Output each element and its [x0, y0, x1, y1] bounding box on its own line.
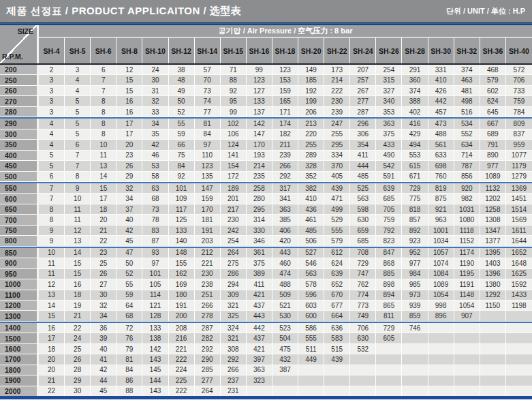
- table-cell: 5: [65, 107, 91, 117]
- table-cell: 57: [195, 65, 221, 74]
- table-cell: 138: [142, 333, 168, 343]
- table-cell: 984: [402, 269, 428, 279]
- table-cell: 110: [195, 151, 221, 160]
- table-cell: 92: [221, 86, 247, 95]
- table-cell: 189: [221, 183, 247, 193]
- row-values: 3471530487088123153185214257315360410463…: [39, 75, 532, 84]
- table-cell: 50: [116, 258, 142, 268]
- table-cell: 774: [350, 290, 376, 300]
- table-cell: 963: [428, 215, 454, 224]
- column-header: SH-14: [195, 37, 221, 63]
- table-cell: 12: [65, 226, 91, 235]
- table-row: 160018254079142221292308421475511515532: [0, 344, 532, 354]
- table-cell: 685: [376, 194, 402, 203]
- table-cell: 19: [65, 301, 91, 310]
- table-cell: 5: [65, 129, 91, 139]
- row-values: 8111837731171702172953634364995987058189…: [39, 204, 532, 214]
- table-cell: [480, 323, 506, 333]
- table-cell: 664: [324, 311, 350, 320]
- table-cell: [428, 323, 454, 333]
- table-cell: 406: [272, 226, 298, 235]
- table-cell: 591: [376, 172, 402, 181]
- table-cell: 506: [298, 236, 324, 245]
- table-cell: 267: [350, 86, 376, 95]
- table-cell: 24: [142, 65, 168, 74]
- table-cell: 749: [350, 311, 376, 320]
- table-cell: 230: [195, 269, 221, 279]
- rpm-label: 550: [0, 183, 39, 193]
- table-cell: 346: [247, 236, 272, 245]
- table-cell: 201: [221, 194, 247, 203]
- row-values: 9132245871402032543464205065796858239231…: [39, 236, 532, 245]
- row-values: 1115265210116223028638947456363974788598…: [39, 269, 532, 279]
- table-cell: 340: [376, 96, 402, 106]
- table-cell: 191: [195, 226, 221, 235]
- table-row: 9501115265210116223028638947456363974788…: [0, 269, 532, 279]
- table-cell: 1625: [506, 269, 532, 279]
- table-cell: 144: [142, 375, 168, 385]
- table-cell: 624: [480, 96, 506, 106]
- table-row: 3004581735598410614718222025530637542948…: [0, 129, 532, 140]
- table-cell: 123: [272, 65, 298, 74]
- table-cell: 7: [39, 194, 65, 203]
- table-cell: 26: [65, 354, 91, 364]
- table-row: 180020284284145224285266363387: [0, 365, 532, 375]
- table-cell: 22: [39, 386, 65, 396]
- row-values: 1318305911418025130942150959667077489497…: [39, 290, 532, 300]
- table-cell: 22: [65, 323, 91, 333]
- table-cell: 511: [298, 344, 324, 354]
- table-cell: 1202: [480, 194, 506, 203]
- table-cell: 306: [350, 129, 376, 139]
- table-cell: 72: [116, 323, 142, 333]
- table-cell: 185: [298, 75, 324, 84]
- table-cell: 99: [247, 65, 272, 74]
- table-cell: 746: [402, 323, 428, 333]
- table-cell: 921: [428, 204, 454, 214]
- table-cell: 352: [298, 172, 324, 181]
- table-cell: 287: [350, 107, 376, 117]
- table-cell: 374: [402, 86, 428, 95]
- table-cell: 203: [195, 236, 221, 245]
- table-cell: 7: [91, 75, 116, 84]
- table-row: 200022304588143222264231: [0, 386, 532, 396]
- table-cell: 532: [350, 344, 376, 354]
- table-cell: 420: [272, 236, 298, 245]
- table-cell: 242: [221, 226, 247, 235]
- table-cell: 787: [454, 161, 480, 170]
- table-cell: 214: [247, 161, 272, 170]
- table-cell: 71: [221, 65, 247, 74]
- table-cell: 875: [428, 194, 454, 203]
- table-cell: 17: [39, 333, 65, 343]
- table-cell: 14: [65, 248, 91, 258]
- table-cell: 147: [247, 129, 272, 139]
- table-cell: 443: [272, 248, 298, 258]
- table-row: 2904581734558110214217421324729636341647…: [0, 119, 532, 129]
- table-cell: 530: [272, 311, 298, 320]
- table-cell: 1001: [428, 226, 454, 235]
- table-cell: 375: [247, 258, 272, 268]
- table-cell: 135: [195, 172, 221, 181]
- column-header: SH-15: [221, 37, 247, 63]
- table-cell: 5: [65, 96, 91, 106]
- table-cell: 133: [169, 226, 195, 235]
- table-cell: 579: [480, 75, 506, 84]
- table-cell: 121: [142, 301, 168, 310]
- table-cell: 26: [116, 161, 142, 170]
- table-cell: 578: [298, 279, 324, 289]
- table-cell: 1308: [480, 215, 506, 224]
- table-cell: [428, 333, 454, 343]
- table-cell: 1611: [506, 226, 532, 235]
- table-cell: 20: [91, 215, 116, 224]
- table-cell: 375: [376, 129, 402, 139]
- table-cell: 773: [350, 301, 376, 310]
- table-cell: 328: [298, 161, 324, 170]
- table-cell: 34: [116, 194, 142, 203]
- row-values: 18254079142221292308421475511515532: [39, 344, 532, 354]
- table-cell: 73: [195, 86, 221, 95]
- row-values: 5711234675110141193239289334411490553633…: [39, 151, 532, 160]
- table-cell: 1569: [506, 215, 532, 224]
- table-cell: 222: [169, 386, 195, 396]
- table-cell: 1089: [480, 172, 506, 181]
- table-cell: 685: [350, 236, 376, 245]
- table-cell: 18: [91, 204, 116, 214]
